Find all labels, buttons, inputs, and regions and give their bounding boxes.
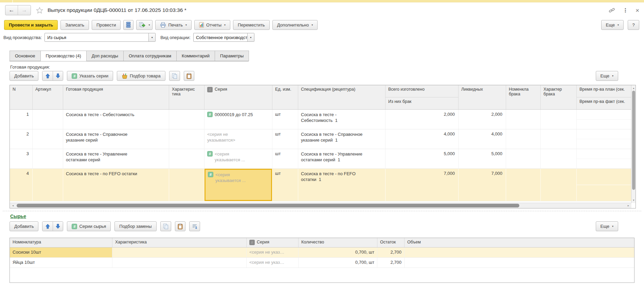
- cell-product[interactable]: Сосиска в тесте - Себестоимость: [63, 110, 169, 129]
- products-specify-series-button[interactable]: # Указать серии: [67, 71, 113, 81]
- col-header-defect-characteristic[interactable]: Характер брака: [541, 85, 577, 109]
- col-header-total[interactable]: Всего изготовлено: [386, 85, 458, 97]
- products-copy-rows-button[interactable]: [169, 71, 180, 81]
- cell-time-fact[interactable]: [577, 120, 631, 129]
- cell-n[interactable]: 4: [10, 169, 33, 201]
- col-header-production-time[interactable]: Время пр-ва план (сек. Время пр-ва факт …: [577, 85, 631, 109]
- tab-production[interactable]: Производство (4): [40, 51, 87, 61]
- cell-defect-characteristic[interactable]: [541, 169, 577, 201]
- col-header-product[interactable]: Готовая продукция: [63, 85, 169, 109]
- copy-link-button[interactable]: [609, 7, 615, 14]
- products-add-button[interactable]: Добавить: [10, 71, 38, 81]
- col-header-characteristic[interactable]: Характеристика: [169, 85, 204, 109]
- scroll-down-icon[interactable]: ▼: [631, 198, 636, 202]
- close-button[interactable]: ×: [636, 7, 639, 14]
- vertical-scrollbar-thumb[interactable]: [632, 91, 635, 190]
- cell-production-time[interactable]: [577, 129, 631, 149]
- cell-total[interactable]: 2,000: [386, 110, 459, 129]
- cell-unit[interactable]: шт: [272, 110, 298, 129]
- scroll-right-icon[interactable]: ►: [626, 203, 631, 208]
- cell-series[interactable]: <серия не указ…: [247, 258, 299, 268]
- forward-button[interactable]: →: [18, 5, 31, 15]
- cell-production-time[interactable]: [577, 149, 631, 168]
- raw-add-button[interactable]: Добавить: [10, 221, 38, 231]
- cell-characteristic[interactable]: [169, 110, 204, 129]
- cell-defect-characteristic[interactable]: [541, 110, 577, 129]
- col-header-volume[interactable]: Объем: [405, 238, 634, 247]
- cell-nomenclature[interactable]: Яйца 10шт: [10, 258, 112, 268]
- help-button[interactable]: ?: [628, 20, 639, 30]
- table-row[interactable]: 2 Сосиска в тесте - Справочное указание …: [10, 129, 631, 149]
- production-kind-select[interactable]: Из сырья ▾: [44, 33, 156, 42]
- tab-parameters[interactable]: Параметры: [215, 51, 249, 61]
- products-row-up-button[interactable]: [42, 71, 53, 80]
- col-header-characteristic[interactable]: Характеристика: [112, 238, 247, 247]
- cell-series[interactable]: #00000019 до 07.25: [204, 110, 272, 129]
- window-menu-button[interactable]: ⋮: [623, 7, 628, 14]
- col-header-quantity[interactable]: Количество: [299, 238, 377, 247]
- cell-characteristic[interactable]: [169, 149, 204, 168]
- raw-fill-series-button[interactable]: [189, 221, 200, 231]
- products-row-down-button[interactable]: [53, 71, 63, 80]
- cell-time-plan[interactable]: [577, 129, 631, 139]
- col-header-nomenclature[interactable]: Номенклатура: [10, 238, 112, 247]
- table-row[interactable]: 1 Сосиска в тесте - Себестоимость #00000…: [10, 110, 631, 129]
- cell-total[interactable]: 5,000: [386, 149, 459, 168]
- cell-time-fact[interactable]: [577, 139, 631, 149]
- cell-article[interactable]: [33, 129, 63, 149]
- cell-product[interactable]: Сосиска в тесте - Справочное указание се…: [63, 129, 169, 149]
- cell-total[interactable]: 7,000: [386, 169, 459, 201]
- favorite-button[interactable]: [36, 6, 43, 14]
- col-header-time-fact[interactable]: Время пр-ва факт (сек.: [577, 97, 631, 109]
- table-row[interactable]: 3 Сосиска в тесте - Управление остатками…: [10, 149, 631, 169]
- cell-spec[interactable]: Сосиска в тесте - Себестоимость 1: [298, 110, 386, 129]
- raw-series-button[interactable]: # Серии сырья: [67, 221, 111, 231]
- products-more-button[interactable]: Еще ▾: [596, 71, 618, 81]
- cell-liquid[interactable]: 7,000: [459, 169, 506, 201]
- cell-defect-nomenclature[interactable]: [506, 149, 541, 168]
- cell-rest[interactable]: 2,700: [377, 248, 405, 257]
- cell-volume[interactable]: [405, 248, 634, 257]
- cell-article[interactable]: [33, 169, 63, 201]
- cell-defect-characteristic[interactable]: [541, 149, 577, 168]
- cell-time-fact[interactable]: [577, 185, 631, 201]
- cell-liquid[interactable]: 4,000: [459, 129, 506, 149]
- cell-characteristic[interactable]: [112, 248, 247, 257]
- vertical-scrollbar[interactable]: ▲ ▼: [631, 85, 636, 203]
- col-header-series[interactable]: #Серия: [204, 85, 272, 109]
- cell-series[interactable]: <серия не указ…: [247, 248, 299, 257]
- cell-series-active[interactable]: #<серия указывается ...: [204, 169, 272, 201]
- raw-pick-replacement-button[interactable]: Подбор замены: [114, 221, 156, 231]
- cell-time-plan[interactable]: [577, 110, 631, 120]
- print-button[interactable]: Печать ▾: [155, 20, 192, 30]
- cell-total[interactable]: 4,000: [386, 129, 459, 149]
- cell-article[interactable]: [33, 149, 63, 168]
- table-row-selected[interactable]: 4 Сосиска в тесте - по FEFO остатки #<се…: [10, 169, 631, 201]
- cell-defect-characteristic[interactable]: [541, 129, 577, 149]
- combo-caret-icon[interactable]: ▾: [247, 33, 254, 41]
- cell-quantity[interactable]: 0,700, шт: [299, 248, 377, 257]
- cell-n[interactable]: 1: [10, 110, 33, 129]
- cell-characteristic[interactable]: [169, 129, 204, 149]
- cell-rest[interactable]: 2,700: [377, 258, 405, 268]
- cell-volume[interactable]: [405, 258, 634, 268]
- cell-product[interactable]: Сосиска в тесте - по FEFO остатки: [63, 169, 169, 201]
- scroll-left-icon[interactable]: ◄: [11, 203, 15, 208]
- col-header-time-plan[interactable]: Время пр-ва план (сек.: [577, 85, 631, 97]
- cell-quantity[interactable]: 0,700, шт: [299, 258, 377, 268]
- cell-time-plan[interactable]: [577, 149, 631, 159]
- additional-button[interactable]: Дополнительно ▾: [272, 20, 318, 30]
- cell-production-time[interactable]: [577, 110, 631, 129]
- cell-characteristic[interactable]: [169, 169, 204, 201]
- raw-paste-rows-button[interactable]: [175, 221, 185, 231]
- tab-extra-costs[interactable]: Доп расходы: [86, 51, 124, 61]
- tab-staff-payment[interactable]: Оплата сотрудникам: [123, 51, 177, 61]
- raw-more-button[interactable]: Еще ▾: [596, 221, 618, 231]
- col-header-unit[interactable]: Ед. изм.: [272, 85, 298, 109]
- cell-series[interactable]: <серия не указывается>: [204, 129, 272, 149]
- cell-unit[interactable]: шт: [272, 149, 298, 168]
- post-button[interactable]: Провести: [92, 20, 121, 30]
- col-header-n[interactable]: N: [10, 85, 33, 109]
- table-row-selected[interactable]: Сосиски 10шт <серия не указ… 0,700, шт 2…: [10, 248, 634, 258]
- back-button[interactable]: ←: [5, 5, 18, 15]
